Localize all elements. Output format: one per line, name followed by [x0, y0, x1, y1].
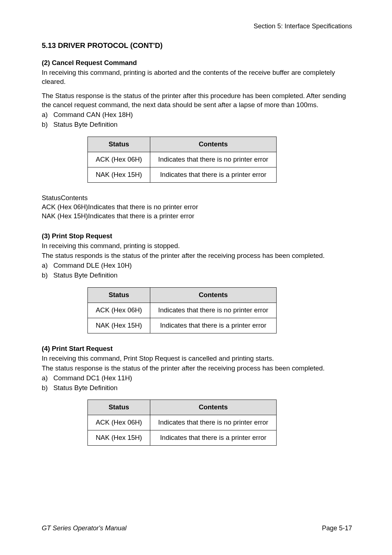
list-item: a) Command CAN (Hex 18H)	[42, 110, 352, 119]
statuscontents-line1: StatusContents	[42, 194, 352, 203]
table-cell: Indicates that there is no printer error	[150, 152, 277, 167]
table-row: ACK (Hex 06H) Indicates that there is no…	[88, 303, 277, 318]
table-header-status: Status	[88, 137, 150, 152]
statuscontents-line2: ACK (Hex 06H)Indicates that there is no …	[42, 203, 352, 212]
sub3-p2: The status responds is the status of the…	[42, 251, 352, 260]
list-text-b: Status Byte Definition	[53, 271, 118, 280]
table-cell: ACK (Hex 06H)	[88, 415, 150, 430]
table-row: ACK (Hex 06H) Indicates that there is no…	[88, 152, 277, 167]
table-cell: Indicates that there is a printer error	[150, 430, 277, 446]
list-item: a) Command DC1 (Hex 11H)	[42, 374, 352, 383]
list-text-a: Command DC1 (Hex 11H)	[53, 374, 132, 383]
list-marker-b: b)	[42, 384, 53, 393]
table-row: NAK (Hex 15H) Indicates that there is a …	[88, 318, 277, 333]
table-header-contents: Contents	[150, 400, 277, 415]
table-cell: Indicates that there is a printer error	[150, 318, 277, 333]
list-marker-a: a)	[42, 261, 53, 270]
table-cell: Indicates that there is no printer error	[150, 303, 277, 318]
table-header-status: Status	[88, 400, 150, 415]
statuscontents-line3: NAK (Hex 15H)Indicates that there is a p…	[42, 212, 352, 221]
table-header-row: Status Contents	[88, 137, 277, 152]
list-item: a) Command DLE (Hex 10H)	[42, 261, 352, 270]
list-marker-a: a)	[42, 110, 53, 119]
footer-page-number: Page 5-17	[322, 524, 352, 532]
table-row: NAK (Hex 15H) Indicates that there is a …	[88, 430, 277, 446]
list-text-b: Status Byte Definition	[53, 384, 118, 393]
list-item: b) Status Byte Definition	[42, 120, 352, 129]
sub3-p1: In receiving this command, printing is s…	[42, 242, 352, 251]
list-text-a: Command DLE (Hex 10H)	[53, 261, 132, 270]
table-header-contents: Contents	[150, 137, 277, 152]
section-title: 5.13 DRIVER PROTOCOL (CONT'D)	[42, 41, 352, 50]
list-item: b) Status Byte Definition	[42, 271, 352, 280]
table-header-row: Status Contents	[88, 287, 277, 303]
sub2-p1: In receiving this command, printing is a…	[42, 68, 352, 86]
status-byte-table-3: Status Contents ACK (Hex 06H) Indicates …	[87, 287, 277, 333]
table-cell: Indicates that there is a printer error	[150, 167, 277, 183]
list-text-a: Command CAN (Hex 18H)	[53, 110, 133, 119]
sub4-p1: In receiving this command, Print Stop Re…	[42, 354, 352, 363]
table-cell: NAK (Hex 15H)	[88, 430, 150, 446]
list-marker-a: a)	[42, 374, 53, 383]
footer-manual-title: GT Series Operator's Manual	[42, 524, 127, 532]
status-byte-table-2: Status Contents ACK (Hex 06H) Indicates …	[87, 137, 277, 183]
table-row: ACK (Hex 06H) Indicates that there is no…	[88, 415, 277, 430]
table-header-status: Status	[88, 287, 150, 303]
table-cell: NAK (Hex 15H)	[88, 318, 150, 333]
table-cell: NAK (Hex 15H)	[88, 167, 150, 183]
table-cell: Indicates that there is no printer error	[150, 415, 277, 430]
sub4-p2: The status response is the status of the…	[42, 364, 352, 373]
list-text-b: Status Byte Definition	[53, 120, 118, 129]
sub3-heading: (3) Print Stop Request	[42, 232, 352, 241]
sub2-heading: (2) Cancel Request Command	[42, 58, 352, 68]
table-header-row: Status Contents	[88, 400, 277, 415]
table-header-contents: Contents	[150, 287, 277, 303]
table-row: NAK (Hex 15H) Indicates that there is a …	[88, 167, 277, 183]
sub4-heading: (4) Print Start Request	[42, 344, 352, 353]
table-cell: ACK (Hex 06H)	[88, 303, 150, 318]
status-byte-table-4: Status Contents ACK (Hex 06H) Indicates …	[87, 400, 277, 446]
header-right: Section 5: Interface Specifications	[42, 22, 352, 31]
table-cell: ACK (Hex 06H)	[88, 152, 150, 167]
list-marker-b: b)	[42, 271, 53, 280]
sub2-p2: The Status response is the status of the…	[42, 92, 352, 110]
list-marker-b: b)	[42, 120, 53, 129]
list-item: b) Status Byte Definition	[42, 384, 352, 393]
